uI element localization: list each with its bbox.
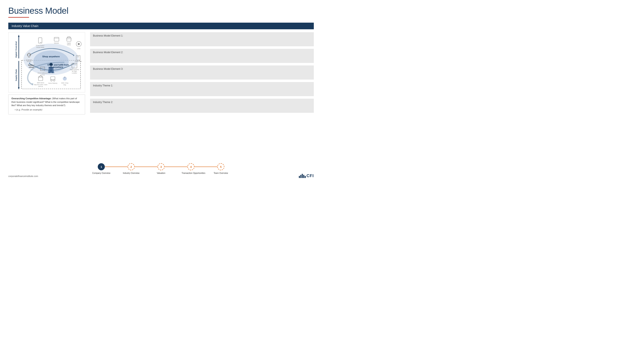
svg-text:Social Media: Social Media	[36, 47, 44, 48]
svg-text:anywhere: anywhere	[53, 66, 63, 68]
svg-text:Digital / Front-End: Digital / Front-End	[15, 41, 17, 58]
section-bar: Industry Value Chain	[8, 23, 314, 29]
cfi-bars-icon	[299, 174, 306, 178]
cfi-bar-5	[305, 176, 306, 178]
competitive-advantage-box: Overarching Competitive Advantage: (What…	[8, 95, 85, 114]
step-circle-1[interactable]: 1	[98, 163, 105, 170]
cfi-bar-4	[303, 175, 304, 178]
step-label-3: Valuation	[154, 172, 168, 174]
step-connector-1-2	[105, 167, 128, 167]
svg-text:Shop anywhere: Shop anywhere	[42, 55, 60, 58]
bullet-text: • (e.g. Provide an example)	[15, 108, 82, 112]
nav-step-5[interactable]: 5 Team Overview	[217, 163, 224, 170]
page-title: Business Model	[8, 6, 314, 16]
bold-label: Overarching Competitive Advantage:	[12, 97, 52, 100]
footer-url: corporatefinanceinstitute.com	[8, 175, 38, 177]
svg-text:Ship from store / store: Ship from store / store	[34, 84, 47, 86]
right-panel: Business Model Element 1: Business Model…	[90, 32, 314, 114]
svg-text:Customer: Customer	[26, 59, 32, 61]
svg-text:Home Delivery: Home Delivery	[48, 83, 58, 84]
element-label-1: Business Model Element 1:	[93, 34, 123, 37]
svg-text:Retailer /: Retailer /	[28, 64, 35, 66]
svg-text:Ship: Ship	[64, 84, 66, 86]
element-box-5: Industry Theme 2:	[90, 99, 314, 113]
svg-text:Order and fulfill from: Order and fulfill from	[47, 64, 69, 66]
title-underline	[8, 17, 29, 18]
svg-text:@ Right: @ Right	[72, 70, 77, 72]
cfi-text: CFI	[306, 173, 314, 178]
step-circle-2[interactable]: 2	[128, 163, 135, 170]
step-connector-4-5	[194, 167, 217, 167]
svg-text:Website: Website	[54, 42, 59, 44]
svg-text:Right Inventory: Right Inventory	[70, 69, 79, 70]
bottom-nav: 1 Company Overview 2 Industry Overview 3…	[0, 163, 322, 177]
svg-text:Digital Wall: Digital Wall	[75, 61, 82, 62]
step-label-4: Transaction Opportunities	[182, 172, 200, 174]
svg-marker-26	[67, 37, 70, 38]
svg-text:Service: Service	[27, 61, 31, 62]
step-label-2: Industry Overview	[122, 172, 140, 174]
svg-text:centers: centers	[40, 74, 45, 76]
svg-text:pick-up: pick-up	[38, 86, 43, 87]
nav-step-4[interactable]: 4 Transaction Opportunities	[188, 163, 194, 170]
step-connector-2-3	[135, 167, 158, 167]
main-content: Digital / Front-End Supply Chain	[0, 29, 322, 117]
step-circle-4[interactable]: 4	[188, 163, 194, 170]
step-connector-3-4	[164, 167, 188, 167]
svg-rect-24	[67, 38, 71, 41]
page-header: Business Model	[0, 0, 322, 20]
element-box-3: Business Model Element 3:	[90, 66, 314, 80]
nav-step-1[interactable]: 1 Company Overview	[98, 163, 105, 170]
svg-text:CRM: CRM	[77, 48, 80, 50]
cfi-bar-1	[299, 176, 300, 178]
svg-text:Smart Phone /: Smart Phone /	[36, 45, 45, 46]
element-box-1: Business Model Element 1:	[90, 32, 314, 46]
svg-marker-2	[18, 35, 20, 37]
element-label-2: Business Model Element 2:	[93, 51, 123, 54]
diagram-container: Digital / Front-End Supply Chain	[8, 32, 85, 92]
step-label-1: Company Overview	[92, 172, 110, 174]
step-label-5: Team Overview	[212, 172, 230, 174]
industry-diagram: Digital / Front-End Supply Chain	[9, 33, 84, 91]
element-label-5: Industry Theme 2:	[93, 101, 113, 104]
svg-rect-62	[38, 77, 43, 81]
nav-step-2[interactable]: 2 Industry Overview	[128, 163, 135, 170]
cfi-bar-3	[302, 174, 303, 178]
nav-step-3[interactable]: 3 Valuation	[158, 163, 164, 170]
svg-text:B&M stores: B&M stores	[37, 82, 44, 84]
step-circle-3[interactable]: 3	[158, 163, 164, 170]
svg-point-30	[78, 43, 80, 45]
svg-text:DSD / Drop: DSD / Drop	[61, 82, 68, 84]
cfi-logo: CFI	[299, 173, 314, 178]
svg-text:Stores: Stores	[67, 44, 71, 46]
svg-text:Supply Chain: Supply Chain	[15, 69, 17, 81]
element-label-3: Business Model Element 3:	[93, 68, 123, 70]
step-circle-5[interactable]: 5	[217, 163, 224, 170]
element-label-4: Industry Theme 1:	[93, 84, 113, 87]
left-panel: Digital / Front-End Supply Chain	[8, 32, 85, 114]
svg-text:Ecom fulfillment: Ecom fulfillment	[38, 72, 48, 74]
svg-rect-54	[51, 77, 55, 80]
element-box-2: Business Model Element 2:	[90, 49, 314, 63]
svg-marker-5	[18, 87, 20, 89]
svg-marker-63	[38, 75, 43, 77]
element-box-4: Industry Theme 1:	[90, 82, 314, 96]
cfi-bar-2	[300, 175, 301, 178]
nav-steps-wrapper: 1 Company Overview 2 Industry Overview 3…	[98, 163, 224, 177]
svg-rect-21	[54, 37, 59, 41]
svg-text:eRetail: eRetail	[29, 66, 34, 68]
svg-text:Location: Location	[72, 72, 77, 74]
